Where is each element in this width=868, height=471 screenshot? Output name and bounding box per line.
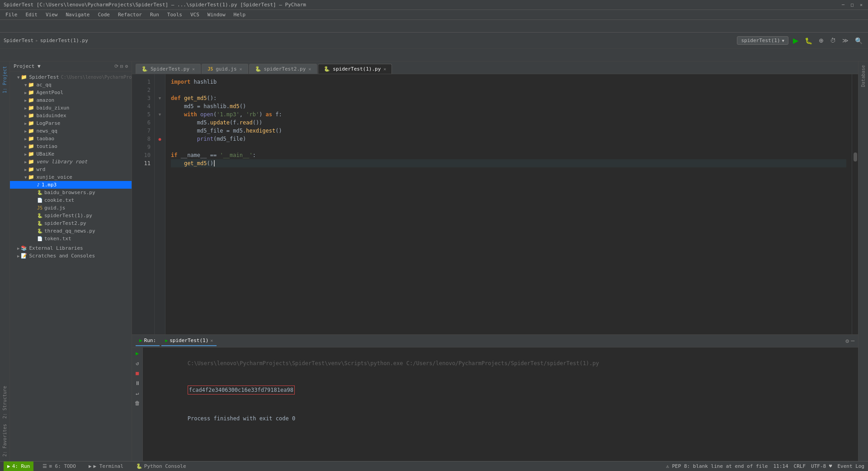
tree-folder-baidu_zixun[interactable]: ▶ 📁 baidu_zixun (10, 104, 132, 112)
tree-folder-ac_qq[interactable]: ▼ 📁 ac_qq (10, 81, 132, 89)
vtab-favorites[interactable]: 2: Favorites (1, 421, 8, 459)
close-button[interactable]: ✕ (858, 2, 864, 7)
tree-root[interactable]: ▼ 📁 SpiderTest C:\Users\lenovo\PycharmPr… (10, 73, 132, 81)
menu-item-run[interactable]: Run (146, 11, 163, 19)
tree-file-spidertest2[interactable]: 🐍 spiderTest2.py (10, 219, 132, 227)
run-config[interactable]: spiderTest(1) ▼ (737, 36, 788, 45)
folder-icon: 📁 (28, 167, 34, 172)
event-log-button[interactable]: Event Log (837, 463, 864, 469)
tree-file-thread_qq[interactable]: 🐍 thread_qq_news.py (10, 227, 132, 235)
expand-arrow: ▶ (24, 152, 27, 157)
menu-item-window[interactable]: Window (204, 11, 229, 19)
database-icon[interactable]: Database (860, 63, 867, 89)
run-status-button[interactable]: ▶ 4: Run (4, 461, 33, 471)
menu-item-tools[interactable]: Tools (164, 11, 186, 19)
scrollbar-thumb[interactable] (854, 152, 857, 162)
menu-item-edit[interactable]: Edit (22, 11, 42, 19)
line-col-indicator[interactable]: 11:14 (773, 463, 788, 469)
run-again-button[interactable]: ▶ (135, 349, 140, 357)
folder-icon: 📁 (21, 74, 27, 80)
profile-button[interactable]: ⏱ (828, 36, 838, 45)
menu-item-view[interactable]: View (42, 11, 61, 19)
tree-folder-xunjie_voice[interactable]: ▼ 📁 xunjie_voice (10, 173, 132, 181)
tree-folder-wrd[interactable]: ▶ 📁 wrd (10, 166, 132, 173)
expand-arrow: ▼ (24, 175, 27, 180)
tree-folder-news_qq[interactable]: ▶ 📁 news_qq (10, 127, 132, 135)
tree-folder-logparse[interactable]: ▶ 📁 LogParse (10, 119, 132, 127)
scrollbar-gutter[interactable] (852, 74, 858, 334)
tree-folder-venv[interactable]: ▶ 📁 venv library root (10, 158, 132, 166)
python-console-tab[interactable]: 🐍 Python Console (132, 461, 190, 471)
wrap-button[interactable]: ↵ (135, 389, 140, 397)
fold-marker-5[interactable]: ▼ (155, 110, 165, 119)
main-area: 1: Project 2: Structure 2: Favorites Pro… (0, 62, 868, 461)
tree-folder-ubaike[interactable]: ▶ 📁 UBaiKe (10, 150, 132, 158)
tab-spidertest[interactable]: 🐍 SpiderTest.py ✕ (136, 64, 201, 74)
menu-item-vcs[interactable]: VCS (187, 11, 203, 19)
tree-scratches[interactable]: ▶ 📝 Scratches and Consoles (10, 252, 132, 260)
tree-file-token[interactable]: 📄 token.txt (10, 235, 132, 243)
tree-folder-agentpool[interactable]: ▶ 📁 AgentPool (10, 89, 132, 96)
project-header-label: Project ▼ (14, 63, 41, 69)
tree-folder-baiduindex[interactable]: ▶ 📁 baiduindex (10, 112, 132, 119)
tab-close-icon[interactable]: ✕ (383, 67, 386, 71)
project-label: SpiderTest (4, 38, 33, 43)
tree-file-1mp3[interactable]: ♪ 1.mp3 (10, 181, 132, 189)
clear-button[interactable]: 🗑 (134, 399, 141, 407)
todo-tab[interactable]: ☰ ≡ 6: TODO (39, 461, 80, 471)
tree-folder-toutiao[interactable]: ▶ 📁 toutiao (10, 143, 132, 150)
bottom-tab-spidertest1[interactable]: ▶ spiderTest(1) ✕ (161, 336, 217, 346)
run-status-label: 4: Run (12, 463, 30, 469)
coverage-button[interactable]: ⊕ (817, 36, 826, 45)
collapse-icon[interactable]: ⊟ (120, 63, 123, 69)
encoding-indicator[interactable]: UTF-8 ♥ (811, 463, 832, 469)
minimize-button[interactable]: ─ (840, 2, 846, 7)
tree-file-guid[interactable]: JS guid.js (10, 204, 132, 212)
tree-folder-taobao[interactable]: ▶ 📁 taobao (10, 135, 132, 143)
vtab-project[interactable]: 1: Project (1, 63, 8, 96)
tree-external-libraries[interactable]: ▶ 📚 External Libraries (10, 244, 132, 252)
tree-file-baidu_browsers[interactable]: 🐍 baidu_browsers.py (10, 189, 132, 196)
tab-close-icon[interactable]: ✕ (240, 67, 242, 71)
js-icon: JS (208, 67, 213, 71)
tree-folder-amazon[interactable]: ▶ 📁 amazon (10, 96, 132, 104)
run-button[interactable]: ▶ (791, 35, 800, 46)
bottom-tab-close-icon[interactable]: ✕ (210, 338, 213, 343)
tab-close-icon[interactable]: ✕ (308, 67, 311, 71)
fold-marker-3[interactable]: ▼ (155, 94, 165, 102)
debug-button[interactable]: 🐛 (803, 36, 814, 45)
tab-guid[interactable]: JS guid.js ✕ (202, 64, 248, 74)
title-bar: SpiderTest [C:\Users\lenovo\PycharmProje… (0, 0, 868, 10)
menu-item-file[interactable]: File (2, 11, 21, 19)
rerun-button[interactable]: ↺ (135, 359, 140, 367)
menu-item-navigate[interactable]: Navigate (62, 11, 94, 19)
menu-item-code[interactable]: Code (94, 11, 113, 19)
tree-file-cookie[interactable]: 📄 cookie.txt (10, 196, 132, 204)
tab-spidertest2[interactable]: 🐍 spiderTest2.py ✕ (249, 64, 317, 74)
tree-file-spidertest1[interactable]: 🐍 spiderTest(1).py (10, 212, 132, 219)
tab-close-icon[interactable]: ✕ (192, 67, 195, 71)
line-num-8: 8 (132, 135, 151, 143)
code-editor[interactable]: import hashlib def get_md5(): md5 = hash… (165, 74, 852, 334)
stop-button[interactable]: ■ (135, 369, 140, 377)
line-ending-indicator[interactable]: CRLF (794, 463, 806, 469)
sync-icon[interactable]: ⟳ (114, 63, 118, 69)
maximize-button[interactable]: □ (849, 2, 855, 7)
menu-item-refactor[interactable]: Refactor (114, 11, 146, 19)
close-panel-icon[interactable]: ─ (851, 338, 854, 344)
bottom-tab-run[interactable]: ▶ Run: (136, 336, 160, 346)
pause-button[interactable]: ⏸ (134, 379, 141, 387)
vtab-structure[interactable]: 2: Structure (1, 383, 8, 421)
external-libraries-label: External Libraries (29, 245, 83, 251)
run-config-more[interactable]: ≫ (840, 36, 850, 45)
terminal-tab[interactable]: ▶ ▶ Terminal (85, 461, 127, 471)
tab-spidertest1[interactable]: 🐍 spiderTest(1).py ✕ (318, 64, 392, 74)
menu-item-help[interactable]: Help (230, 11, 250, 19)
settings-icon[interactable]: ⚙ (125, 63, 128, 69)
breakpoint-marker-8[interactable]: ● (155, 135, 165, 143)
left-vtabs: 1: Project 2: Structure 2: Favorites (0, 62, 10, 461)
search-everywhere-button[interactable]: 🔍 (853, 36, 864, 45)
warning-indicator[interactable]: ⚠ PEP 8: blank line at end of file (666, 463, 768, 469)
tab-label: spiderTest2.py (264, 66, 306, 72)
settings-icon[interactable]: ⚙ (845, 338, 849, 344)
